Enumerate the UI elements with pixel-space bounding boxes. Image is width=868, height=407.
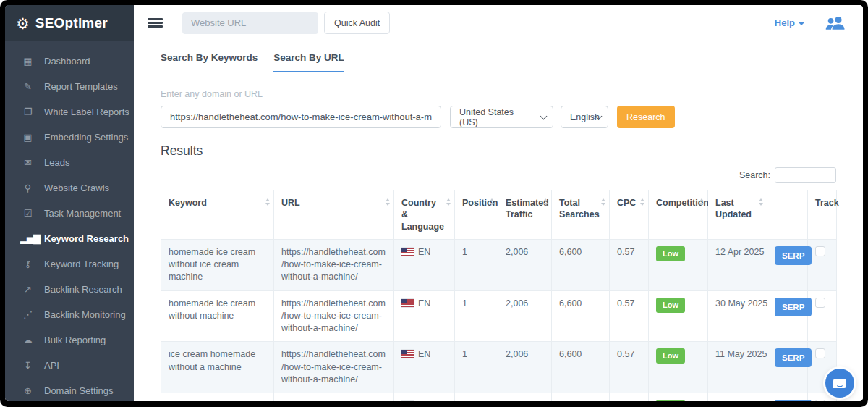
column-header-updated[interactable]: Last Updated	[708, 190, 767, 240]
quick-audit-button[interactable]: Quick Audit	[324, 12, 390, 34]
competition-badge: Low	[656, 298, 685, 313]
tab-search-by-keywords[interactable]: Search By Keywords	[161, 52, 258, 72]
table-row: homemade ice cream without machinehttps:…	[161, 290, 837, 342]
cell-competition: Low	[649, 393, 708, 402]
api-icon: ↧	[20, 360, 35, 371]
cell-searches: 6,600	[552, 393, 610, 402]
help-label: Help	[775, 17, 795, 28]
sidebar-item-label: Embedding Settings	[44, 132, 128, 143]
column-label: URL	[281, 198, 300, 208]
sort-icon	[265, 198, 270, 206]
sort-icon	[386, 198, 390, 206]
cell-position: 1	[455, 290, 498, 342]
cell-traffic: 2,006	[498, 342, 552, 393]
column-header-position[interactable]: Position	[455, 190, 498, 240]
chat-icon	[833, 379, 846, 388]
sidebar-item-report-templates[interactable]: ✎Report Templates	[5, 74, 134, 99]
sidebar-item-task-management[interactable]: ☑Task Management	[5, 201, 134, 226]
sidebar-item-domain-settings[interactable]: ⊕Domain Settings	[5, 378, 134, 401]
column-label: Country & Language	[401, 198, 444, 232]
sidebar-item-label: Dashboard	[44, 56, 90, 67]
serp-button[interactable]: SERP	[775, 298, 812, 316]
sidebar-item-backlink-research[interactable]: ↗Backlink Research	[5, 277, 134, 302]
serp-button[interactable]: SERP	[775, 348, 812, 367]
column-header-url[interactable]: URL	[274, 190, 394, 240]
seoptimer-logo-icon: ⚙	[16, 16, 30, 31]
us-flag-icon	[401, 299, 414, 307]
cell-url: https://handletheheat.com/how-to-make-ic…	[274, 342, 394, 393]
help-menu[interactable]: Help	[775, 17, 804, 28]
serp-button[interactable]: SERP	[775, 246, 812, 265]
sidebar-item-website-crawls[interactable]: ⚲Website Crawls	[5, 175, 134, 201]
track-checkbox[interactable]	[815, 348, 825, 358]
serp-button[interactable]: SERP	[775, 400, 812, 401]
sidebar-item-dashboard[interactable]: ▦Dashboard	[5, 49, 134, 74]
cell-serp: SERP	[767, 239, 808, 290]
us-flag-icon	[401, 350, 414, 358]
track-checkbox[interactable]	[815, 298, 825, 308]
column-header-track: Track	[808, 190, 837, 240]
domain-url-label: Enter any domain or URL	[161, 89, 836, 99]
track-checkbox[interactable]	[815, 246, 825, 256]
competition-badge: Low	[656, 246, 685, 261]
column-header-cpc[interactable]: CPC	[610, 190, 649, 240]
sort-icon	[601, 198, 605, 206]
sidebar-item-label: Keyword Tracking	[44, 259, 119, 269]
cell-keyword: no machine homemade ice cream	[161, 393, 274, 402]
cell-keyword: homemade ice cream without ice cream mac…	[161, 239, 274, 290]
sidebar-item-label: Domain Settings	[44, 385, 113, 396]
table-search-input[interactable]	[775, 167, 836, 183]
cell-cpc: 0.57	[610, 393, 649, 402]
research-button[interactable]: Research	[617, 106, 675, 128]
track-checkbox[interactable]	[815, 400, 825, 401]
column-header-country[interactable]: Country & Language	[394, 190, 455, 240]
sidebar-item-bulk-reporting[interactable]: ☁Bulk Reporting	[5, 327, 134, 353]
sidebar-item-leads[interactable]: ✉Leads	[5, 150, 134, 175]
sort-icon	[640, 198, 644, 206]
logo[interactable]: ⚙ SEOptimer	[5, 5, 134, 41]
sort-icon	[699, 198, 704, 206]
sidebar-item-keyword-research[interactable]: ▂▅▇Keyword Research	[5, 226, 134, 251]
website-url-input[interactable]	[182, 12, 318, 34]
keyword-tracking-icon: ⚷	[20, 259, 35, 269]
bulk-reporting-icon: ☁	[20, 335, 35, 345]
cell-searches: 6,600	[552, 239, 610, 290]
country-select[interactable]: United States (US)	[450, 106, 553, 128]
tab-search-by-url[interactable]: Search By URL	[273, 52, 344, 72]
task-management-icon: ☑	[20, 208, 35, 219]
sidebar-item-keyword-tracking[interactable]: ⚷Keyword Tracking	[5, 251, 134, 277]
results-table: KeywordURLCountry & LanguagePositionEsti…	[161, 190, 837, 401]
research-form: United States (US) English Research	[161, 106, 836, 128]
backlink-research-icon: ↗	[20, 284, 35, 295]
column-header-keyword[interactable]: Keyword	[161, 190, 274, 240]
country-select-value: United States (US)	[459, 107, 534, 127]
cell-keyword: homemade ice cream without machine	[161, 290, 274, 342]
main-content: Search By Keywords Search By URL Enter a…	[134, 41, 863, 401]
column-header-traffic[interactable]: Estimated Traffic	[498, 190, 552, 240]
table-row: no machine homemade ice creamhttps://han…	[161, 393, 837, 402]
sidebar-item-api[interactable]: ↧API	[5, 353, 134, 378]
column-header-serp	[767, 190, 808, 240]
sidebar-item-label: Task Management	[44, 208, 121, 219]
column-label: Last Updated	[715, 198, 752, 219]
white-label-reports-icon: ❐	[20, 106, 35, 117]
chat-launcher[interactable]	[825, 369, 854, 398]
cell-updated: 11 May 2025	[708, 342, 767, 393]
cell-updated: 30 May 2025	[708, 290, 767, 342]
sidebar-item-label: White Label Reports	[44, 106, 129, 117]
column-header-searches[interactable]: Total Searches	[552, 190, 610, 240]
users-icon[interactable]	[824, 15, 846, 31]
column-header-competition[interactable]: Competition	[649, 190, 708, 240]
sort-icon	[543, 198, 548, 206]
results-title: Results	[161, 143, 836, 159]
language-select[interactable]: English	[561, 106, 608, 128]
sidebar-item-white-label-reports[interactable]: ❐White Label Reports	[5, 99, 134, 125]
cell-cpc: 0.57	[610, 290, 649, 342]
cell-traffic: 2,006	[498, 290, 552, 342]
sidebar-item-embedding-settings[interactable]: ▣Embedding Settings	[5, 125, 134, 150]
domain-settings-icon: ⊕	[20, 385, 35, 396]
menu-icon[interactable]	[148, 17, 163, 30]
domain-url-input[interactable]	[161, 106, 441, 128]
cell-cpc: 0.57	[610, 342, 649, 393]
sidebar-item-backlink-monitoring[interactable]: ⋰Backlink Monitoring	[5, 302, 134, 327]
